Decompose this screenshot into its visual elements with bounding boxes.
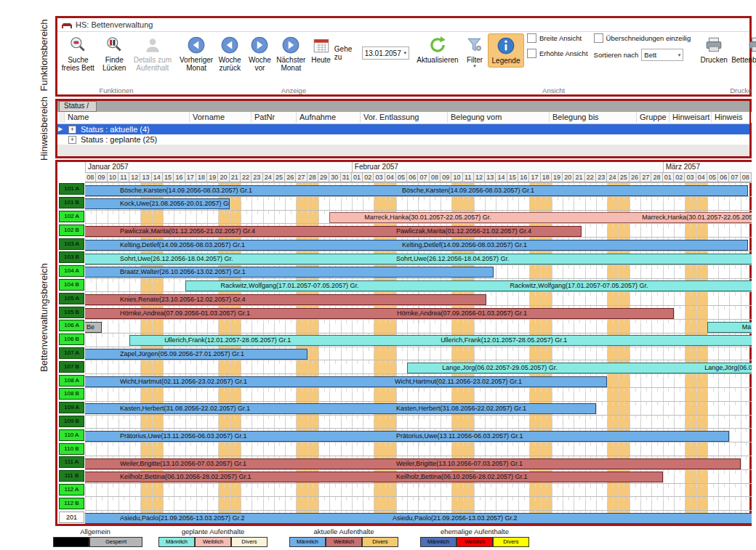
day-header-cell[interactable]: 05 bbox=[396, 172, 407, 182]
bed-label-201[interactable]: 201 bbox=[59, 511, 84, 523]
bed-label-105b[interactable]: 105 B bbox=[59, 307, 84, 318]
bed-label-112b[interactable]: 112 B bbox=[59, 498, 84, 509]
occupancy-bar[interactable]: Weiler,Brigitte(13.10.2056-07.03.2057) G… bbox=[85, 458, 741, 469]
occupancy-bar[interactable]: Asiedu,Paolo(21.09.2056-13.03.2057) Gr.2… bbox=[85, 513, 752, 524]
bed-label-103a[interactable]: 103 A bbox=[59, 238, 84, 250]
day-header-cell[interactable]: 08 bbox=[430, 172, 441, 182]
day-header-cell[interactable]: 25 bbox=[274, 172, 285, 182]
day-header-cell[interactable]: 03 bbox=[374, 172, 385, 182]
legend-button[interactable]: Legende bbox=[488, 33, 524, 68]
day-header-cell[interactable]: 26 bbox=[285, 172, 296, 182]
bed-label-108b[interactable]: 108 B bbox=[59, 388, 84, 400]
day-header-cell[interactable]: 02 bbox=[363, 172, 374, 182]
occupancy-bar[interactable]: Zapel,Jürgen(05.09.2056-27.01.2057) Gr.1 bbox=[85, 349, 307, 360]
bed-occupancy-print-button[interactable]: Bettenbelegung ▾ bbox=[730, 33, 756, 70]
print-button[interactable]: Drucken bbox=[698, 33, 730, 66]
bed-label-111a[interactable]: 111 A bbox=[59, 456, 84, 468]
occupancy-bar[interactable]: Keilholz,Bettina(06.10.2056-28.02.2057) … bbox=[85, 472, 663, 482]
day-header-cell[interactable]: 26 bbox=[630, 172, 640, 182]
bed-label-111b[interactable]: 111 B bbox=[59, 470, 84, 482]
bed-label-110a[interactable]: 110 A bbox=[59, 429, 84, 441]
column-header-name[interactable]: Name bbox=[65, 112, 190, 123]
group-by-chip-status[interactable]: Status / bbox=[59, 101, 97, 112]
column-header-belegung-vom[interactable]: Belegung vom bbox=[448, 112, 550, 123]
status-group-row-geplante[interactable]: + Status : geplante (25) bbox=[57, 134, 749, 145]
bed-label-109a[interactable]: 109 A bbox=[59, 402, 84, 413]
find-gaps-button[interactable]: Finde Lücken bbox=[97, 33, 132, 74]
day-header-cell[interactable]: 14 bbox=[496, 172, 507, 182]
column-header-vorname[interactable]: Vorname bbox=[190, 112, 252, 123]
bed-label-112a[interactable]: 112 A bbox=[59, 484, 84, 496]
day-header-cell[interactable]: 12 bbox=[129, 172, 140, 182]
day-header-cell[interactable]: 01 bbox=[352, 172, 363, 182]
day-header-cell[interactable]: 15 bbox=[163, 172, 174, 182]
chevron-down-icon[interactable]: ▾ bbox=[404, 51, 407, 55]
day-header-cell[interactable]: 25 bbox=[619, 172, 630, 182]
day-header-cell[interactable]: 16 bbox=[174, 172, 185, 182]
occupancy-bar[interactable]: Ullerich,Frank(12.01.2057-28.05.2057) Gr… bbox=[129, 335, 752, 346]
day-header-cell[interactable]: 02 bbox=[674, 172, 685, 182]
occupancy-bar[interactable]: Be bbox=[85, 322, 102, 333]
day-header-cell[interactable]: 03 bbox=[685, 172, 696, 182]
expand-icon[interactable]: + bbox=[68, 126, 76, 134]
bed-label-103b[interactable]: 103 B bbox=[59, 251, 84, 263]
bed-label-106a[interactable]: 106 A bbox=[59, 320, 84, 331]
next-month-button[interactable]: Nächster Monat bbox=[274, 33, 307, 74]
day-header-cell[interactable]: 19 bbox=[207, 172, 218, 182]
occupancy-bar[interactable]: Kelting,Detlef(14.09.2056-08.03.2057) Gr… bbox=[85, 240, 748, 251]
bed-label-102b[interactable]: 102 B bbox=[59, 225, 84, 236]
column-header-hinweisart[interactable]: Hinweisart bbox=[669, 112, 712, 123]
day-header-cell[interactable]: 18 bbox=[196, 172, 207, 182]
day-header-cell[interactable]: 29 bbox=[318, 172, 329, 182]
day-header-cell[interactable]: 27 bbox=[640, 172, 651, 182]
today-button[interactable]: Heute bbox=[307, 33, 334, 66]
occupancy-bar[interactable]: Lange,Jörg(06.02.2057-29.05.2057) Gr.Lan… bbox=[407, 363, 752, 373]
day-header-cell[interactable]: 10 bbox=[108, 172, 118, 182]
day-header-cell[interactable]: 23 bbox=[252, 172, 262, 182]
day-header-cell[interactable]: 09 bbox=[441, 172, 451, 182]
bed-label-105a[interactable]: 105 A bbox=[59, 293, 84, 304]
status-group-row-aktuelle[interactable]: ▶ + Status : aktuelle (4) bbox=[57, 124, 749, 134]
day-header-cell[interactable]: 14 bbox=[152, 172, 163, 182]
column-header-hinweis[interactable]: Hinweis bbox=[712, 112, 752, 123]
day-header-cell[interactable]: 11 bbox=[463, 172, 474, 182]
occupancy-bar[interactable]: Sohrt,Uwe(26.12.2056-18.04.2057) Gr.Sohr… bbox=[85, 254, 752, 264]
bed-label-107a[interactable]: 107 A bbox=[59, 347, 84, 359]
occupancy-bar[interactable]: Pawliczak,Marita(01.12.2056-21.02.2057) … bbox=[85, 226, 582, 237]
day-header-cell[interactable]: 09 bbox=[96, 172, 107, 182]
day-header-cell[interactable]: 24 bbox=[607, 172, 618, 182]
day-header-cell[interactable]: 04 bbox=[385, 172, 396, 182]
day-header-cell[interactable]: 13 bbox=[485, 172, 496, 182]
bed-label-106b[interactable]: 106 B bbox=[59, 333, 84, 345]
bed-label-108a[interactable]: 108 A bbox=[59, 375, 84, 387]
chevron-down-icon[interactable]: ▾ bbox=[678, 53, 681, 57]
day-header-cell[interactable]: 20 bbox=[563, 172, 574, 182]
day-header-cell[interactable]: 23 bbox=[596, 172, 607, 182]
occupancy-bar[interactable]: Bösche,Karsten(14.09.2056-08.03.2057) Gr… bbox=[85, 185, 748, 196]
wide-view-checkbox[interactable]: Breite Ansicht bbox=[527, 33, 588, 43]
bed-label-101a[interactable]: 101 A bbox=[59, 183, 84, 195]
bed-label-102a[interactable]: 102 A bbox=[59, 211, 84, 222]
day-header-cell[interactable]: 16 bbox=[518, 172, 529, 182]
bed-label-104b[interactable]: 104 B bbox=[59, 279, 84, 291]
day-header-cell[interactable]: 15 bbox=[507, 172, 518, 182]
expand-icon[interactable]: + bbox=[68, 136, 76, 144]
occupancy-bar[interactable]: Hörnke,Andrea(07.09.2056-01.03.2057) Gr.… bbox=[85, 308, 674, 319]
overlap-single-line-checkbox[interactable]: Überschneidungen einzeilig bbox=[594, 33, 691, 43]
bed-label-107b[interactable]: 107 B bbox=[59, 361, 84, 373]
day-header-cell[interactable]: 17 bbox=[529, 172, 540, 182]
day-header-cell[interactable]: 21 bbox=[230, 172, 241, 182]
tall-view-checkbox[interactable]: Erhöhte Ansicht bbox=[527, 49, 588, 58]
week-back-button[interactable]: Woche zurück bbox=[214, 33, 245, 74]
bed-label-110b[interactable]: 110 B bbox=[59, 443, 84, 455]
day-header-cell[interactable]: 05 bbox=[707, 172, 718, 182]
day-header-cell[interactable]: 06 bbox=[407, 172, 418, 182]
sort-by-select[interactable]: Bett ▾ bbox=[641, 49, 683, 61]
day-header-cell[interactable]: 01 bbox=[663, 172, 674, 182]
occupancy-bar[interactable]: Kasten,Herbert(31.08.2056-22.02.2057) Gr… bbox=[85, 403, 596, 414]
occupancy-bar[interactable]: Rackwitz,Wolfgang(17.01.2057-07.05.2057)… bbox=[185, 280, 752, 291]
day-header-cell[interactable]: 11 bbox=[118, 172, 129, 182]
day-header-cell[interactable]: 28 bbox=[307, 172, 318, 182]
day-header-cell[interactable]: 13 bbox=[140, 172, 151, 182]
refresh-button[interactable]: Aktualisieren bbox=[414, 33, 462, 66]
